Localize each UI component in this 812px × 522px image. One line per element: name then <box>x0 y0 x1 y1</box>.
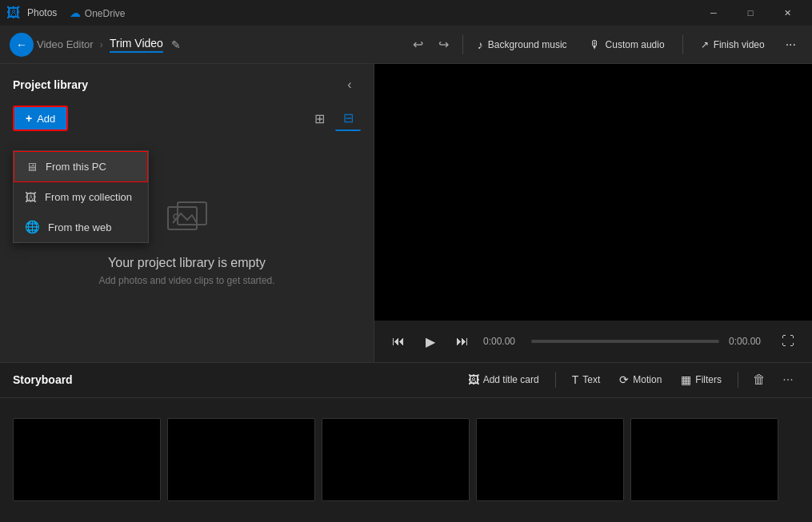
clip-item[interactable] <box>13 418 161 501</box>
dropdown-from-collection[interactable]: 🖼 From my collection <box>14 182 148 212</box>
text-label: Text <box>582 374 600 385</box>
add-label: Add <box>37 113 55 125</box>
undo-button[interactable]: ↩ <box>406 33 430 57</box>
clip-item[interactable] <box>322 418 470 501</box>
grid-view-button[interactable]: ⊞ <box>306 106 332 131</box>
toolbar-left: ← Video Editor › Trim Video ✎ <box>10 33 403 57</box>
breadcrumb-current: Trim Video <box>110 37 163 53</box>
edit-title-icon[interactable]: ✎ <box>171 38 181 51</box>
text-icon: T <box>572 373 579 386</box>
title-bar-controls: ─ □ ✕ <box>695 0 806 26</box>
storyboard-sep-2 <box>738 372 738 388</box>
empty-library-title: Your project library is empty <box>108 256 266 270</box>
from-collection-label: From my collection <box>45 191 132 203</box>
collapse-panel-button[interactable]: ‹ <box>338 74 361 96</box>
toolbar-right: ♪ Background music 🎙 Custom audio ↗ Fini… <box>470 34 802 56</box>
view-toggle: ⊞ ⊟ <box>306 106 361 131</box>
add-dropdown-menu: 🖥 From this PC 🖼 From my collection 🌐 Fr… <box>13 150 149 243</box>
title-bar: 🖼 Photos ☁ OneDrive ─ □ ✕ <box>0 0 812 26</box>
delete-clip-button[interactable]: 🗑 <box>748 369 770 391</box>
close-button[interactable]: ✕ <box>769 0 806 26</box>
tile-view-button[interactable]: ⊟ <box>335 106 361 131</box>
redo-button[interactable]: ↪ <box>432 33 456 57</box>
fullscreen-button[interactable]: ⛶ <box>777 330 799 353</box>
storyboard-more-button[interactable]: ··· <box>777 369 799 391</box>
library-toolbar: + Add ⊞ ⊟ <box>0 102 374 137</box>
filters-label: Filters <box>695 374 722 385</box>
storyboard-sep-1 <box>555 372 556 388</box>
onedrive-icon: ☁ <box>70 6 81 19</box>
filters-button[interactable]: ▦ Filters <box>674 370 728 389</box>
project-library-panel: Project library ‹ + Add ⊞ ⊟ 🖥 From this … <box>0 64 374 362</box>
svg-rect-0 <box>168 207 197 229</box>
back-button[interactable]: ← <box>10 33 34 57</box>
add-title-card-button[interactable]: 🖼 Add title card <box>462 370 546 389</box>
title-card-icon: 🖼 <box>468 373 479 386</box>
dropdown-from-web[interactable]: 🌐 From the web <box>14 212 148 242</box>
breadcrumb-separator: › <box>100 38 103 50</box>
storyboard-panel: Storyboard 🖼 Add title card T Text ⟳ Mot… <box>0 362 812 522</box>
play-button[interactable]: ▶ <box>419 330 442 353</box>
clip-item[interactable] <box>167 418 315 501</box>
motion-button[interactable]: ⟳ Motion <box>613 370 668 389</box>
project-library-title: Project library <box>13 78 88 91</box>
maximize-button[interactable]: □ <box>732 0 769 26</box>
next-frame-button[interactable]: ⏭ <box>451 330 474 353</box>
pc-icon: 🖥 <box>26 160 38 173</box>
text-button[interactable]: T Text <box>566 370 607 389</box>
time-current: 0:00.00 <box>483 336 522 347</box>
from-web-label: From the web <box>48 221 111 233</box>
clip-item[interactable] <box>476 418 624 501</box>
undo-redo-controls: ↩ ↪ <box>406 33 456 57</box>
clip-item[interactable] <box>630 418 778 501</box>
project-library-header: Project library ‹ <box>0 64 374 102</box>
video-preview <box>374 64 812 321</box>
player-controls: ⏮ ▶ ⏭ 0:00.00 0:00.00 ⛶ <box>374 321 812 362</box>
breadcrumb-parent[interactable]: Video Editor <box>37 38 94 50</box>
delete-icon: 🗑 <box>753 373 766 387</box>
toolbar: ← Video Editor › Trim Video ✎ ↩ ↪ ♪ Back… <box>0 26 812 64</box>
dropdown-from-pc[interactable]: 🖥 From this PC <box>14 151 148 182</box>
add-title-card-label: Add title card <box>483 374 539 385</box>
from-pc-label: From this PC <box>46 161 106 173</box>
add-button[interactable]: + Add <box>13 106 68 131</box>
app-icon: 🖼 <box>6 5 21 22</box>
title-bar-left: 🖼 Photos ☁ OneDrive <box>6 5 126 22</box>
toolbar-separator-1 <box>462 35 463 54</box>
storyboard-header: Storyboard 🖼 Add title card T Text ⟳ Mot… <box>0 363 812 398</box>
empty-library-icon <box>165 199 210 246</box>
main-area: Project library ‹ + Add ⊞ ⊟ 🖥 From this … <box>0 64 812 362</box>
custom-audio-button[interactable]: 🎙 Custom audio <box>582 34 673 55</box>
background-music-button[interactable]: ♪ Background music <box>470 34 575 55</box>
collection-icon: 🖼 <box>25 190 37 204</box>
empty-library-subtitle: Add photos and video clips to get starte… <box>98 275 274 286</box>
filters-icon: ▦ <box>681 373 691 386</box>
preview-panel: ⏮ ▶ ⏭ 0:00.00 0:00.00 ⛶ <box>374 64 812 362</box>
storyboard-clips <box>0 398 812 522</box>
audio-icon: 🎙 <box>590 38 601 51</box>
toolbar-separator-2 <box>682 35 683 54</box>
motion-label: Motion <box>633 374 662 385</box>
web-icon: 🌐 <box>25 220 40 234</box>
finish-video-button[interactable]: ↗ Finish video <box>693 35 773 54</box>
motion-icon: ⟳ <box>619 373 629 386</box>
onedrive-label: OneDrive <box>85 8 126 19</box>
more-options-button[interactable]: ··· <box>779 34 802 56</box>
minimize-button[interactable]: ─ <box>695 0 732 26</box>
onedrive-badge: ☁ OneDrive <box>70 6 125 20</box>
app-title: Photos <box>27 7 57 18</box>
time-total: 0:00.00 <box>729 336 767 347</box>
plus-icon: + <box>26 112 32 125</box>
prev-frame-button[interactable]: ⏮ <box>387 330 410 353</box>
storyboard-title: Storyboard <box>13 373 73 386</box>
export-icon: ↗ <box>701 39 709 50</box>
progress-bar[interactable] <box>531 340 719 343</box>
music-icon: ♪ <box>478 38 483 51</box>
